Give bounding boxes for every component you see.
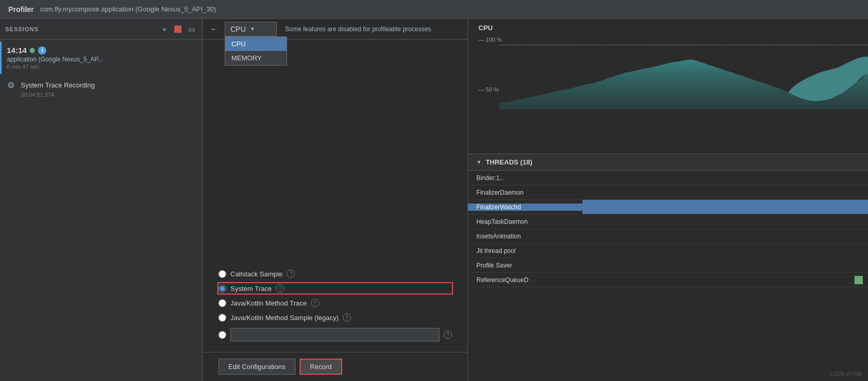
- thread-name: FinalizerWatchd: [468, 204, 582, 211]
- radio-javakotlin-input[interactable]: [218, 299, 226, 307]
- app-title: Profiler: [8, 5, 34, 14]
- session-time-value: 14:14: [7, 46, 27, 55]
- session-name: application (Google Nexus_5_AP...: [7, 56, 197, 63]
- thread-bar-area: [582, 229, 868, 243]
- help-icon-javakotlin[interactable]: ?: [311, 299, 319, 307]
- thread-name: FinalizerDaemon: [468, 189, 582, 196]
- help-icon-custom[interactable]: ?: [444, 331, 452, 339]
- thread-name: InsetsAnimation: [468, 233, 582, 240]
- info-message: Some features are disabled for profileab…: [285, 26, 433, 33]
- help-icon-legacy[interactable]: ?: [343, 313, 351, 322]
- radio-javakotlin[interactable]: Java/Kotlin Method Trace ?: [218, 299, 452, 307]
- profiling-options: Callstack Sample ? System Trace ? Java/K…: [203, 40, 468, 352]
- cpu-chart-area: CPU — 100 % — 50 %: [468, 19, 868, 154]
- thread-bar-area: [582, 244, 868, 258]
- center-panel: ← CPU ▼ CPU MEMORY Some features are dis…: [203, 19, 468, 381]
- thread-name: HeapTaskDaemon: [468, 218, 582, 225]
- thread-row[interactable]: Jit thread pool: [468, 244, 868, 258]
- right-panel: CPU — 100 % — 50 %: [468, 19, 868, 381]
- sidebar-header: SESSIONS + ▭: [0, 19, 202, 40]
- dropdown-item-cpu[interactable]: CPU: [225, 37, 287, 51]
- thread-row[interactable]: Binder:1...: [468, 171, 868, 185]
- help-icon-callstack[interactable]: ?: [287, 270, 295, 278]
- add-session-button[interactable]: +: [159, 23, 170, 35]
- thread-name: Binder:1...: [468, 174, 582, 182]
- cpu-100-label: — 100 %: [478, 36, 502, 43]
- thread-bar-area: [582, 214, 868, 228]
- back-button[interactable]: ←: [208, 23, 221, 35]
- radio-systemtrace[interactable]: System Trace ?: [218, 284, 452, 293]
- thread-row-selected[interactable]: FinalizerWatchd: [468, 200, 868, 214]
- threads-header: ▼ THREADS (18): [468, 154, 868, 171]
- cpu-chart-svg: [499, 45, 868, 109]
- dropdown-selected-label: CPU: [230, 25, 246, 33]
- thread-bar-area: [582, 185, 868, 199]
- radio-javakotlinlegacy-input[interactable]: [218, 314, 226, 322]
- radio-callstack-label[interactable]: Callstack Sample: [230, 270, 282, 278]
- profiler-type-dropdown[interactable]: CPU ▼ CPU MEMORY: [225, 22, 277, 36]
- collapse-button[interactable]: ▭: [186, 23, 197, 35]
- threads-title: THREADS (18): [486, 158, 533, 166]
- bottom-buttons: Edit Configurations Record: [203, 352, 468, 381]
- watermark: CSDN @川峰: [830, 371, 862, 378]
- dropdown-item-memory[interactable]: MEMORY: [225, 51, 287, 65]
- thread-row[interactable]: InsetsAnimation: [468, 229, 868, 244]
- chevron-down-icon: ▼: [250, 26, 255, 32]
- edit-configurations-button[interactable]: Edit Configurations: [218, 359, 295, 375]
- session-title: com.fly.mycompose.application (Google Ne…: [40, 5, 216, 13]
- trace-item[interactable]: ⚙ System Trace Recording: [0, 76, 202, 92]
- center-toolbar: ← CPU ▼ CPU MEMORY Some features are dis…: [203, 19, 468, 40]
- thread-row[interactable]: Profile Saver: [468, 258, 868, 273]
- thread-name: ReferenceQueueD: [468, 276, 582, 284]
- title-bar: Profiler com.fly.mycompose.application (…: [0, 0, 868, 19]
- custom-config-input[interactable]: [230, 328, 439, 341]
- thread-row[interactable]: FinalizerDaemon: [468, 185, 868, 200]
- thread-name: Jit thread pool: [468, 247, 582, 255]
- session-time-row: 14:14 i: [7, 46, 197, 55]
- radio-systemtrace-input[interactable]: [218, 285, 226, 293]
- thread-green-bar: [854, 276, 863, 284]
- sessions-label: SESSIONS: [5, 26, 154, 32]
- dropdown-menu: CPU MEMORY: [225, 36, 287, 66]
- dropdown-button[interactable]: CPU ▼: [225, 22, 277, 36]
- thread-row[interactable]: HeapTaskDaemon: [468, 214, 868, 229]
- thread-bar-area: [582, 258, 868, 272]
- live-dot: [30, 48, 35, 53]
- session-item[interactable]: 14:14 i application (Google Nexus_5_AP..…: [0, 42, 202, 74]
- thread-bar-area: [582, 171, 868, 185]
- main-layout: SESSIONS + ▭ 14:14 i application (Google…: [0, 19, 868, 381]
- radio-systemtrace-label[interactable]: System Trace: [230, 285, 271, 293]
- cpu-50-label: — 50 %: [478, 86, 499, 93]
- threads-section: ▼ THREADS (18) Binder:1... FinalizerDaem…: [468, 154, 868, 381]
- stop-button[interactable]: [174, 26, 182, 33]
- radio-callstack[interactable]: Callstack Sample ?: [218, 270, 452, 278]
- radio-custom-input[interactable]: [218, 331, 226, 339]
- sidebar: SESSIONS + ▭ 14:14 i application (Google…: [0, 19, 203, 381]
- radio-callstack-input[interactable]: [218, 270, 226, 278]
- help-icon-systemtrace[interactable]: ?: [276, 284, 284, 293]
- thread-bar-area: [582, 200, 868, 214]
- collapse-threads-icon[interactable]: ▼: [476, 159, 482, 165]
- thread-bar-area: [582, 273, 868, 287]
- radio-javakotlin-label[interactable]: Java/Kotlin Method Trace: [230, 299, 307, 307]
- trace-timestamp: 00:04:01.374: [0, 92, 202, 98]
- gear-icon: ⚙: [7, 80, 17, 90]
- cpu-chart-title: CPU: [478, 24, 493, 32]
- record-button[interactable]: Record: [300, 359, 342, 375]
- session-duration: 6 min 47 sec: [7, 63, 197, 70]
- radio-javakotlinlegacy[interactable]: Java/Kotlin Method Sample (legacy) ?: [218, 313, 452, 322]
- custom-option-row: ?: [218, 328, 452, 341]
- trace-name: System Trace Recording: [21, 81, 95, 89]
- thread-row[interactable]: ReferenceQueueD: [468, 273, 868, 287]
- info-icon[interactable]: i: [38, 46, 46, 55]
- thread-name: Profile Saver: [468, 262, 582, 269]
- radio-javakotlinlegacy-label[interactable]: Java/Kotlin Method Sample (legacy): [230, 314, 339, 322]
